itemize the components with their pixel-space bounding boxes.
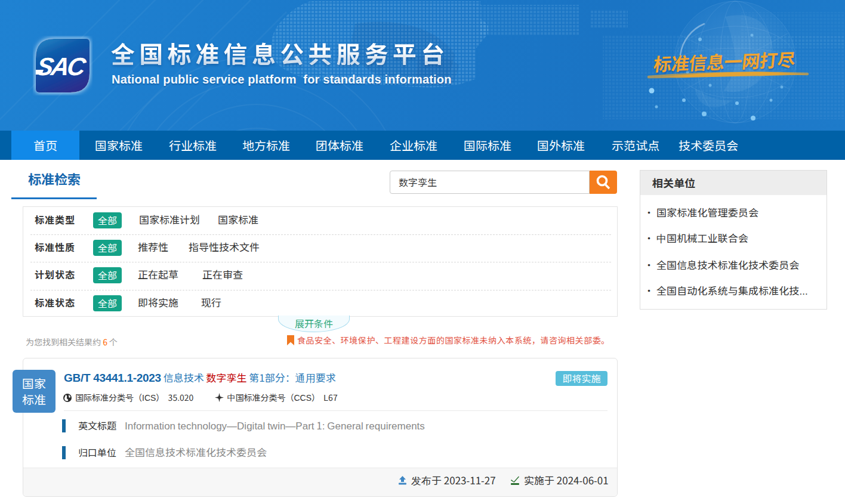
svg-text:SAC: SAC [35, 52, 89, 81]
